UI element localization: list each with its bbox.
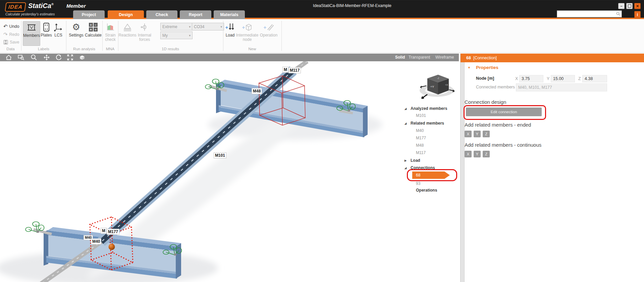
logo-idea-text: IDEA [8, 4, 23, 10]
member-marker-label[interactable]: M [101, 228, 107, 234]
chevron-down-icon: ▾ [189, 34, 191, 37]
zoom-fit-icon[interactable] [66, 54, 74, 61]
gear-icon: ⚙ [72, 21, 80, 33]
svg-text:-Z: -Z [437, 77, 439, 79]
navigation-cube[interactable]: +Y -Z +X [417, 69, 457, 100]
load-icon: + [225, 21, 235, 33]
strain-check-chart-icon [106, 21, 115, 33]
expander-icon[interactable]: ◢ [405, 107, 411, 110]
operation-button[interactable]: + Operation [259, 21, 278, 45]
viewport-toolbar: Solid Transparent Wireframe [0, 54, 459, 61]
maximize-button[interactable] [626, 3, 633, 9]
tree-item-m101[interactable]: M101 [416, 113, 426, 118]
view-mode-wireframe[interactable]: Wireframe [435, 55, 454, 60]
tree-load[interactable]: ▶ Load [405, 158, 420, 163]
calculate-icon: +− ×÷ [89, 21, 98, 33]
pan-icon[interactable] [43, 54, 50, 61]
connected-members-field: M40, M101, M177 [516, 83, 607, 91]
add-continuous-x-button[interactable]: X [465, 151, 472, 157]
extreme-dropdown[interactable]: Extreme ▾ [160, 23, 193, 30]
y-coord-field[interactable]: 15.00 [551, 75, 575, 82]
tab-check[interactable]: Check [146, 10, 177, 19]
group-label-new: New [223, 47, 281, 51]
tree-item-m177[interactable]: M177 [416, 136, 426, 140]
redo-button[interactable]: ↷ Redo [3, 32, 19, 37]
plates-icon [43, 21, 50, 33]
add-continuous-y-button[interactable]: Y [474, 151, 481, 157]
combination-dropdown[interactable]: CO34 ▾ [192, 23, 224, 30]
home-view-icon[interactable] [5, 54, 12, 61]
group-label-run-analysis: Run analysis [66, 47, 102, 51]
expander-icon[interactable]: ◢ [405, 166, 411, 169]
lcs-button[interactable]: LCS [53, 21, 64, 45]
title-bar: IDEA StatiCa® Member Calculate yesterday… [0, 0, 644, 19]
calculate-button[interactable]: +− ×÷ Calculate [85, 21, 102, 45]
strain-check-button[interactable]: Strain check [103, 21, 117, 45]
x-coord-field[interactable]: 3.75 [519, 75, 543, 82]
search-box[interactable] [557, 10, 622, 17]
operation-icon: + [264, 21, 274, 33]
connection-node-sphere[interactable] [109, 244, 115, 250]
settings-button[interactable]: ⚙ Settings [68, 21, 84, 45]
svg-text:+Y: +Y [430, 85, 434, 88]
ribbon: ↶ Undo ↷ Redo Save Data Members Plates [0, 19, 644, 53]
member-label-m117[interactable]: M117 [288, 67, 301, 73]
zoom-icon[interactable] [30, 54, 38, 61]
product-name: Member [66, 3, 86, 9]
ribbon-separator [223, 21, 223, 51]
view-mode-transparent[interactable]: Transparent [409, 55, 430, 60]
properties-section-title[interactable]: Properties [476, 65, 498, 70]
tab-project[interactable]: Project [73, 10, 105, 19]
intermediate-node-button[interactable]: + Intermediate node [237, 21, 258, 49]
load-button[interactable]: + Load [224, 21, 236, 45]
zoom-window-icon[interactable] [17, 54, 25, 61]
group-label-data: Data [1, 47, 20, 51]
reactions-icon [123, 21, 132, 33]
collapse-properties-icon[interactable]: ▼ [468, 66, 471, 69]
undo-button[interactable]: ↶ Undo [3, 24, 19, 29]
lcs-axes-icon [54, 21, 63, 33]
minimize-button[interactable]: – [618, 3, 625, 9]
add-ended-y-button[interactable]: Y [474, 131, 481, 137]
save-button[interactable]: Save [3, 40, 19, 45]
view-mode-solid[interactable]: Solid [395, 55, 405, 60]
member-label-m48[interactable]: M48 [252, 88, 262, 94]
tree-item-connection-93[interactable]: 93 [416, 181, 420, 186]
brand-tagline: Calculate yesterday's estimates [5, 12, 55, 16]
reactions-button[interactable]: Reactions [120, 21, 135, 45]
member-label-m40[interactable]: M40 [91, 238, 101, 244]
members-button[interactable]: Members [23, 21, 40, 46]
member-marker-label[interactable]: M [282, 67, 288, 73]
z-coord-field[interactable]: 4.38 [582, 75, 607, 82]
rotate-icon[interactable] [55, 54, 62, 61]
intermediate-node-icon: + [242, 21, 253, 33]
tree-item-m48[interactable]: M48 [416, 143, 424, 148]
add-ended-z-button[interactable]: Z [483, 131, 490, 137]
search-input[interactable] [558, 11, 615, 17]
add-ended-title: Add related members - ended [465, 122, 531, 128]
expander-icon[interactable]: ◢ [405, 122, 411, 125]
member-label-m177[interactable]: M177 [107, 229, 119, 235]
add-ended-x-button[interactable]: X [465, 131, 472, 137]
tree-item-m40[interactable]: M40 [416, 128, 424, 133]
add-continuous-z-button[interactable]: Z [483, 151, 490, 157]
member-label-m101[interactable]: M101 [214, 152, 226, 158]
plates-button[interactable]: Plates [41, 21, 52, 45]
close-button[interactable]: ✕ [634, 3, 641, 9]
solid-box-icon[interactable] [78, 54, 86, 61]
tree-operations[interactable]: Operations [416, 188, 437, 193]
tree-analyzed-members[interactable]: ◢ Analyzed members [405, 106, 447, 111]
tree-related-members[interactable]: ◢ Related members [405, 121, 444, 126]
info-button[interactable]: i [634, 11, 641, 18]
tab-design[interactable]: Design [108, 10, 144, 19]
my-dropdown[interactable]: My ▾ [160, 31, 193, 39]
expander-icon[interactable]: ▶ [405, 159, 411, 162]
undo-icon: ↶ [3, 24, 8, 28]
viewport-3d-scene[interactable] [0, 61, 460, 282]
tab-report[interactable]: Report [180, 10, 211, 19]
tab-materials[interactable]: Materials [214, 10, 245, 19]
tree-item-m117[interactable]: M117 [416, 150, 426, 155]
members-ibeam-icon [27, 21, 36, 33]
ribbon-separator [102, 21, 103, 51]
internal-forces-button[interactable]: Internal forces [135, 21, 154, 45]
